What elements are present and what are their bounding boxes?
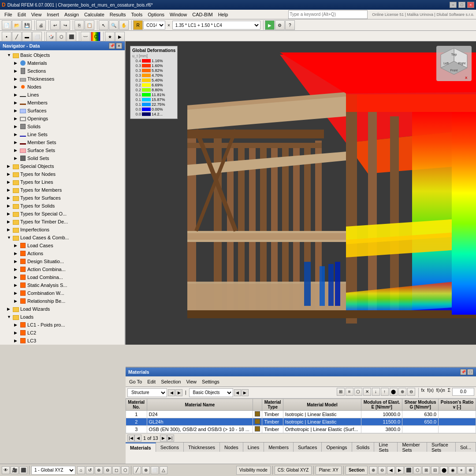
status-nav-2[interactable]: ↺ <box>86 466 94 474</box>
table-icon-2[interactable]: ≡ <box>346 388 353 396</box>
menu-item-options[interactable]: Options <box>145 11 167 18</box>
value-display[interactable]: 0.0 <box>452 388 474 396</box>
select-btn[interactable]: ↖ <box>99 20 108 30</box>
tree-arrow-4[interactable]: ▶ <box>14 85 19 89</box>
tree-item-21[interactable]: ▶Types for Timber De... <box>0 218 125 226</box>
status-extra-5[interactable]: ⬛ <box>405 466 413 474</box>
tree-arrow-23[interactable]: ▼ <box>7 235 12 240</box>
table-row[interactable]: 1 D24 Timber Isotropic | Linear Elastic … <box>126 411 476 418</box>
tree-item-36[interactable]: ▶LC3 <box>0 337 125 345</box>
basic-objects-combo[interactable]: Basic Objects <box>189 388 233 397</box>
bottom-tab-members[interactable]: Members <box>264 443 294 452</box>
bottom-tab-surfaces[interactable]: Surfaces <box>294 443 322 452</box>
tree-arrow-17[interactable]: ▶ <box>7 188 12 192</box>
member-btn[interactable]: ▬ <box>22 32 32 41</box>
menu-item-results[interactable]: Results <box>107 11 129 18</box>
tree-item-17[interactable]: ▶Types for Members <box>0 186 125 194</box>
table-icon-4[interactable]: ✕ <box>363 388 371 396</box>
tree-item-20[interactable]: ▶Types for Special O... <box>0 210 125 218</box>
wireframe-btn[interactable]: ⬡ <box>56 32 66 41</box>
menu-item-edit[interactable]: Edit <box>15 11 29 18</box>
tree-arrow-6[interactable]: ▶ <box>14 100 19 105</box>
nav-next-btn[interactable]: ▶ <box>175 389 182 396</box>
tree-item-11[interactable]: ▶Member Sets <box>0 138 125 146</box>
tree-arrow-1[interactable]: ▶ <box>14 61 19 65</box>
zoom-btn[interactable]: 🔍 <box>109 20 119 30</box>
status-nav-3[interactable]: ⊕ <box>95 466 103 474</box>
new-btn[interactable]: 📄 <box>2 20 11 30</box>
tree-arrow-11[interactable]: ▶ <box>14 140 19 145</box>
open-btn[interactable]: 📂 <box>12 20 22 30</box>
structure-combo[interactable]: Structure <box>127 388 167 397</box>
tree-item-34[interactable]: ▶LC1 - Poids pro... <box>0 321 125 329</box>
status-icon-2[interactable]: 🎥 <box>11 466 19 474</box>
status-extra-7[interactable]: ⊞ <box>422 466 430 474</box>
table-row[interactable]: 2 GL24h Timber Isotropic | Linear Elasti… <box>126 418 476 426</box>
tree-arrow-5[interactable]: ▶ <box>14 93 19 97</box>
tree-arrow-2[interactable]: ▶ <box>14 69 19 73</box>
nav-next-btn-2[interactable]: ▶ <box>242 389 249 396</box>
tree-arrow-30[interactable]: ▶ <box>14 291 19 295</box>
tree-item-6[interactable]: ▶Members <box>0 99 125 107</box>
status-extra-12[interactable]: ⊕ <box>466 466 474 474</box>
menu-item-help[interactable]: Help <box>216 11 231 18</box>
tree-item-3[interactable]: ▶Thicknesses <box>0 75 125 83</box>
status-extra-8[interactable]: ⊟ <box>431 466 439 474</box>
tree-item-14[interactable]: ▶Special Objects <box>0 162 125 170</box>
tree-item-28[interactable]: ▶Load Combina... <box>0 273 125 281</box>
status-extra-6[interactable]: ⬡ <box>413 466 421 474</box>
tree-item-15[interactable]: ▶Types for Nodes <box>0 170 125 178</box>
settings-menu[interactable]: Settings <box>200 378 221 385</box>
tree-arrow-12[interactable]: ▶ <box>14 148 19 152</box>
copy-btn[interactable]: ⎘ <box>74 20 84 30</box>
tree-arrow-3[interactable]: ▶ <box>14 77 19 81</box>
tree-item-35[interactable]: ▶LC2 <box>0 329 125 337</box>
table-icon-3[interactable]: ⬡ <box>354 388 362 396</box>
tree-arrow-24[interactable]: ▶ <box>14 243 19 248</box>
tree-arrow-35[interactable]: ▶ <box>14 331 19 335</box>
status-nav-4[interactable]: ⊖ <box>104 466 112 474</box>
combo-loadcase[interactable]: 1.35 * LC1 + 1.50 * LC4 <box>172 21 260 30</box>
bottom-tab-sections[interactable]: Sections <box>156 443 184 452</box>
status-icon-3[interactable]: ⬛ <box>19 466 27 474</box>
bottom-tab-thicknesses[interactable]: Thicknesses <box>184 443 220 452</box>
render-btn[interactable]: ★ <box>105 32 115 41</box>
tree-arrow-27[interactable]: ▶ <box>14 267 19 271</box>
keyword-search[interactable] <box>288 10 368 19</box>
surface-btn[interactable]: ⬜ <box>32 32 42 41</box>
table-icon-8[interactable]: ⊕ <box>398 388 406 396</box>
pan-btn[interactable]: ✋ <box>119 20 129 30</box>
status-draw-4[interactable]: △ <box>160 466 167 474</box>
table-row[interactable]: 3 OSB (EN 300), OSB/2 and OSB/3 (> 10 - … <box>126 426 476 433</box>
tree-item-33[interactable]: ▼Loads <box>0 313 125 321</box>
tree-item-32[interactable]: ▶Load Wizards <box>0 305 125 313</box>
nav-close-btn[interactable]: × <box>116 43 122 49</box>
nav-prev-btn[interactable]: ◀ <box>168 389 175 396</box>
tree-item-0[interactable]: ▼Basic Objects <box>0 51 125 59</box>
menu-item-window[interactable]: Window <box>167 11 190 18</box>
settings-btn[interactable]: ⚙ <box>275 20 285 30</box>
panel-max-btn[interactable]: □ <box>467 369 473 375</box>
node-btn[interactable]: • <box>2 32 11 41</box>
calc-btn[interactable]: ▶ <box>265 20 275 30</box>
menu-item-view[interactable]: View <box>29 11 45 18</box>
bottom-tab-nodes[interactable]: Nodes <box>220 443 243 452</box>
tree-arrow-0[interactable]: ▼ <box>7 53 12 57</box>
tree-item-31[interactable]: ▶Relationship Be... <box>0 297 125 305</box>
bottom-tab-solids[interactable]: Solids <box>352 443 375 452</box>
tree-item-22[interactable]: ▶Imperfections <box>0 226 125 234</box>
next-page-btn[interactable]: ▶ <box>160 435 167 442</box>
nav-cube[interactable]: Top Left Right Front X <box>436 46 472 81</box>
tree-arrow-32[interactable]: ▶ <box>7 307 12 311</box>
tree-arrow-18[interactable]: ▶ <box>7 196 12 200</box>
minimize-button[interactable]: − <box>450 2 457 8</box>
table-icon-9[interactable]: ⊖ <box>407 388 415 396</box>
goto-menu[interactable]: Go To <box>127 378 144 385</box>
menu-item-insert[interactable]: Insert <box>44 11 62 18</box>
tree-item-18[interactable]: ▶Types for Surfaces <box>0 194 125 202</box>
tree-item-7[interactable]: ▶Surfaces <box>0 107 125 115</box>
bottom-tab-sol...[interactable]: Sol... <box>456 443 476 452</box>
tree-item-16[interactable]: ▶Types for Lines <box>0 178 125 186</box>
panel-pin-btn[interactable]: 📌 <box>460 369 466 375</box>
tree-arrow-9[interactable]: ▶ <box>14 124 19 129</box>
